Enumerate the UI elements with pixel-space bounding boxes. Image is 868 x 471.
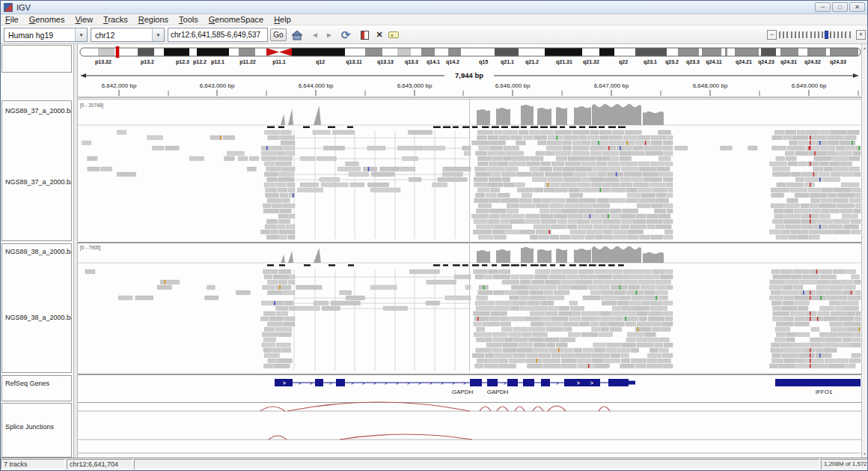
track-name-splice-junctions[interactable]: Splice Junctions	[5, 423, 54, 431]
zoom-tick	[786, 31, 788, 38]
track-name-bam1-coverage[interactable]: NGS89_37_a_2000.bam Covera	[5, 107, 72, 115]
svg-text:q24.32: q24.32	[804, 59, 821, 65]
track-name-bam2[interactable]: NGS89_38_a_2000.bam	[5, 314, 72, 321]
track-name-panel: NGS89_37_a_2000.bam Covera NGS89_37_a_20…	[1, 44, 73, 459]
igv-window: IGV ─ □ ✕ FileGenomesViewTracksRegionsTo…	[0, 0, 868, 471]
scroll-down-icon[interactable]: ▼	[863, 452, 867, 456]
statusbar: 7 tracks chr12:6,641,704 1,208M of 1,572…	[1, 458, 867, 470]
status-position: chr12:6,641,704	[67, 459, 132, 470]
speech-bubble-icon	[388, 31, 399, 38]
svg-text:>: >	[504, 381, 507, 386]
track-group-bam2[interactable]: NGS89_38_a_2000.bam Covera NGS89_38_a_20…	[1, 243, 72, 373]
gene-label: GAPDH	[452, 389, 474, 395]
forward-button[interactable]: ►	[322, 28, 337, 42]
svg-text:6,646,000 bp: 6,646,000 bp	[495, 82, 531, 89]
track-group-genes[interactable]: RefSeq Genes	[1, 375, 72, 401]
track-group-bam1[interactable]: NGS89_37_a_2000.bam Covera NGS89_37_a_20…	[1, 100, 72, 241]
menu-item-tools[interactable]: Tools	[179, 15, 198, 24]
locus-input[interactable]	[168, 28, 268, 42]
fit-window-icon: ✕	[376, 30, 382, 40]
close-button[interactable]: ✕	[849, 2, 865, 12]
svg-text:p12.3: p12.3	[176, 59, 189, 65]
popup-text-button[interactable]	[386, 28, 401, 42]
svg-text:p13.32: p13.32	[95, 59, 111, 65]
main-area: NGS89_37_a_2000.bam Covera NGS89_37_a_20…	[1, 44, 867, 459]
zoom-slider[interactable]	[779, 30, 854, 40]
maximize-button[interactable]: □	[832, 2, 848, 12]
refresh-button[interactable]: ⟳	[338, 28, 353, 42]
zoom-in-button[interactable]: +	[856, 30, 866, 40]
data-panel[interactable]: p13.32p13.2p12.3p12.2p12.1p11.22p11.1q12…	[78, 44, 861, 459]
track-group-junctions[interactable]: Splice Junctions	[1, 403, 72, 458]
zoom-out-button[interactable]: −	[767, 30, 777, 40]
status-message	[134, 459, 819, 470]
zoom-slider-thumb[interactable]	[825, 31, 828, 39]
svg-text:>: >	[385, 381, 388, 386]
svg-text:>: >	[362, 381, 365, 386]
zoom-tick	[806, 31, 807, 38]
genome-select[interactable]: Human hg19 ▼	[4, 28, 88, 42]
zoom-tick	[783, 31, 784, 38]
svg-text:>: >	[373, 381, 376, 386]
gene-iffo1	[775, 379, 861, 386]
menu-item-help[interactable]: Help	[274, 15, 291, 24]
menu-item-regions[interactable]: Regions	[138, 15, 168, 24]
scroll-up-icon[interactable]: ▲	[862, 46, 867, 50]
svg-text:>: >	[452, 381, 455, 386]
home-icon	[291, 30, 303, 40]
menu-item-view[interactable]: View	[75, 15, 93, 24]
zoom-tick	[802, 31, 804, 38]
menu-item-genomespace[interactable]: GenomeSpace	[209, 15, 263, 24]
svg-text:6,645,000 bp: 6,645,000 bp	[397, 82, 433, 89]
svg-text:q24.23: q24.23	[758, 59, 774, 65]
zoom-control: − +	[767, 29, 866, 40]
zoom-tick	[845, 31, 846, 38]
chromosome-select[interactable]: chr12 ▼	[91, 28, 165, 42]
zoom-tick	[814, 31, 816, 38]
menubar: FileGenomesViewTracksRegionsToolsGenomeS…	[1, 14, 867, 25]
svg-text:>: >	[556, 381, 559, 386]
svg-text:q13.3: q13.3	[405, 59, 418, 65]
titlebar[interactable]: IGV ─ □ ✕	[1, 1, 867, 14]
fit-window-button[interactable]: ✕	[372, 28, 387, 42]
track-name-bam2-coverage[interactable]: NGS89_38_a_2000.bam Covera	[5, 248, 72, 255]
svg-text:p12.1: p12.1	[211, 59, 224, 65]
genome-select-value: Human hg19	[8, 31, 53, 40]
track-name-refseq-genes[interactable]: RefSeq Genes	[5, 380, 49, 387]
svg-text:>: >	[463, 381, 466, 386]
svg-text:q21.31: q21.31	[556, 59, 572, 65]
svg-text:6,643,000 bp: 6,643,000 bp	[200, 82, 235, 89]
refresh-icon: ⟳	[341, 28, 351, 42]
zoom-tick	[810, 31, 812, 38]
go-button[interactable]: Go	[270, 28, 287, 41]
svg-text:p11.1: p11.1	[272, 59, 286, 65]
vertical-scrollbar[interactable]: ▲ ▼	[861, 44, 867, 459]
svg-text:p13.2: p13.2	[141, 59, 154, 65]
menu-item-file[interactable]: File	[5, 15, 19, 24]
zoom-tick	[837, 31, 839, 38]
region-tool-icon	[361, 31, 369, 40]
chevron-down-icon[interactable]: ▼	[152, 28, 164, 41]
home-button[interactable]	[290, 28, 305, 42]
svg-text:q12: q12	[316, 59, 325, 65]
status-memory: 1,208M of 1,572M	[821, 459, 867, 470]
back-button[interactable]: ◄	[308, 28, 323, 42]
status-track-count: 7 tracks	[1, 459, 65, 470]
menu-item-genomes[interactable]: Genomes	[29, 15, 65, 24]
menu-item-tracks[interactable]: Tracks	[103, 15, 128, 24]
track-name-bam1[interactable]: NGS89_37_a_2000.bam	[5, 178, 72, 186]
svg-text:p11.22: p11.22	[239, 59, 256, 65]
svg-text:q24.21: q24.21	[736, 59, 752, 65]
svg-text:6,649,000 bp: 6,649,000 bp	[792, 82, 827, 89]
coverage-range-label: [0 - 7905]	[80, 245, 101, 251]
svg-text:q14.2: q14.2	[446, 59, 459, 65]
chevron-down-icon[interactable]: ▼	[75, 28, 87, 41]
svg-text:q23.1: q23.1	[644, 59, 657, 65]
svg-text:6,647,000 bp: 6,647,000 bp	[594, 82, 629, 89]
svg-text:q14.1: q14.1	[427, 59, 440, 65]
minimize-button[interactable]: ─	[815, 2, 831, 12]
svg-text:q23.3: q23.3	[686, 59, 700, 65]
svg-text:>: >	[283, 380, 286, 386]
zoom-tick	[791, 31, 792, 38]
region-tool-button[interactable]	[357, 28, 372, 42]
